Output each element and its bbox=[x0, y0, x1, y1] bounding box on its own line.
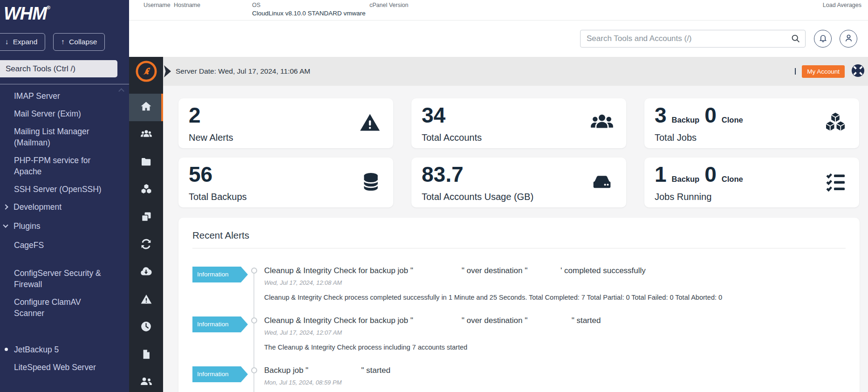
sidebar-item-development[interactable]: Development bbox=[4, 201, 110, 213]
alert-date: Wed, Jul 17, 2024, 12:08 AM bbox=[264, 279, 722, 286]
separator bbox=[795, 68, 796, 75]
hostname-label: Hostname bbox=[174, 2, 200, 8]
active-bullet-icon bbox=[5, 348, 8, 351]
stat-card-total-backups[interactable]: 56 Total Backups bbox=[178, 158, 393, 207]
search-icon[interactable] bbox=[791, 34, 800, 45]
timeline-dot-icon bbox=[251, 367, 257, 373]
stat-value: 56 bbox=[189, 163, 383, 186]
chevron-up-icon[interactable] bbox=[118, 88, 124, 94]
alert-title: Backup job " " started bbox=[264, 365, 558, 376]
rail-item-accounts[interactable] bbox=[129, 121, 163, 149]
sidebar-item-configserver[interactable]: ConfigServer Security & Firewall bbox=[14, 268, 110, 290]
stat-value: 83.7 bbox=[422, 163, 616, 186]
severity-badge: Information bbox=[192, 366, 248, 382]
alert-row[interactable]: Information Cleanup & Integrity Check fo… bbox=[192, 316, 846, 351]
timeline-dot-icon bbox=[251, 317, 257, 323]
stat-card-total-jobs[interactable]: 3 Backup 0 Clone Total Jobs bbox=[644, 98, 859, 148]
account-button[interactable] bbox=[840, 30, 857, 48]
chevron-right-icon bbox=[3, 204, 8, 209]
stat-value-clone: 0 bbox=[704, 104, 717, 126]
stat-card-total-accounts[interactable]: 34 Total Accounts bbox=[411, 98, 626, 148]
jetbackup-icon-rail bbox=[129, 57, 163, 392]
timeline-dot-icon bbox=[251, 268, 257, 274]
alert-row[interactable]: Information Backup job " " started Mon, … bbox=[192, 365, 846, 392]
sidebar-item-mail-server[interactable]: Mail Server (Exim) bbox=[14, 108, 110, 119]
sidebar-item-cagefs[interactable]: CageFS bbox=[14, 240, 110, 251]
stat-label: Total Accounts bbox=[422, 132, 482, 143]
rail-item-dashboard[interactable] bbox=[129, 94, 163, 121]
rail-item-permissions[interactable] bbox=[129, 369, 163, 392]
collapse-button[interactable]: ↑Collapse bbox=[53, 33, 105, 51]
severity-badge: Information bbox=[192, 267, 248, 282]
rail-item-backup-jobs[interactable] bbox=[129, 176, 163, 204]
sidebar-item-ssh-server[interactable]: SSH Server (OpenSSH) bbox=[14, 184, 110, 195]
chevron-right-icon bbox=[164, 65, 171, 77]
rail-item-logs[interactable] bbox=[129, 341, 163, 369]
rail-item-clone-jobs[interactable] bbox=[129, 204, 163, 231]
hdd-icon bbox=[590, 172, 614, 194]
stat-value-backup: 1 bbox=[655, 163, 667, 186]
cloud-download-icon bbox=[140, 265, 152, 280]
bell-icon bbox=[819, 34, 827, 44]
sidebar-item-php-fpm[interactable]: PHP-FPM service for Apache bbox=[14, 155, 110, 177]
top-search bbox=[580, 30, 806, 48]
stat-card-new-alerts[interactable]: 2 New Alerts bbox=[178, 98, 393, 148]
sync-icon bbox=[140, 238, 152, 252]
notifications-button[interactable] bbox=[814, 30, 832, 48]
rail-item-alerts[interactable] bbox=[129, 286, 163, 314]
rail-item-downloads[interactable] bbox=[129, 259, 163, 286]
cubes-icon bbox=[824, 111, 847, 136]
dashboard-content: 2 New Alerts 34 Total Accounts 3 Backup … bbox=[163, 86, 868, 392]
jetbackup-header-bar: Server Date: Wed, Jul 17, 2024, 11:06 AM… bbox=[163, 57, 868, 86]
recent-alerts-title: Recent Alerts bbox=[192, 230, 860, 241]
life-ring-icon[interactable] bbox=[851, 63, 865, 80]
stat-value: 2 bbox=[189, 104, 383, 126]
stat-label: Total Backups bbox=[189, 192, 247, 202]
sidebar-item-jetbackup[interactable]: JetBackup 5 bbox=[14, 344, 110, 355]
cubes-icon bbox=[140, 183, 152, 197]
jetbackup-logo[interactable] bbox=[129, 57, 163, 86]
user-group-icon bbox=[140, 375, 152, 390]
warning-icon bbox=[140, 293, 152, 307]
stat-label: Total Accounts Usage (GB) bbox=[422, 192, 533, 202]
stat-label: New Alerts bbox=[189, 132, 233, 143]
my-account-button[interactable]: My Account bbox=[802, 65, 845, 78]
sidebar-item-plugins[interactable]: Plugins bbox=[4, 220, 110, 232]
cpanel-version-label: cPanel Version bbox=[369, 2, 408, 8]
stat-unit-clone: Clone bbox=[722, 116, 743, 124]
arrow-down-icon: ↓ bbox=[5, 38, 9, 46]
rail-item-restore-queue[interactable] bbox=[129, 231, 163, 259]
rail-item-schedules[interactable] bbox=[129, 314, 163, 341]
alert-title: Cleanup & Integrity Check for backup job… bbox=[264, 266, 722, 276]
stat-card-accounts-usage[interactable]: 83.7 Total Accounts Usage (GB) bbox=[411, 158, 626, 207]
stat-label: Total Jobs bbox=[655, 132, 697, 143]
user-icon bbox=[844, 34, 853, 44]
sidebar-item-litespeed[interactable]: LiteSpeed Web Server bbox=[14, 362, 110, 373]
alert-date: Mon, Jul 15, 2024, 08:59 PM bbox=[264, 379, 558, 386]
server-info-row: Username Hostname OS CloudLinux v8.10.0 … bbox=[129, 0, 868, 21]
file-icon bbox=[141, 349, 151, 362]
recent-alerts-panel: Recent Alerts Information Cleanup & Inte… bbox=[178, 218, 860, 392]
os-value: CloudLinux v8.10.0 STANDARD vmware bbox=[252, 10, 366, 17]
sidebar-search-input[interactable] bbox=[0, 60, 117, 77]
expand-button[interactable]: ↓Expand bbox=[0, 33, 45, 51]
sidebar-item-imap-server[interactable]: IMAP Server bbox=[14, 90, 110, 102]
stat-unit-backup: Backup bbox=[672, 175, 700, 184]
sidebar-item-mailing-list-manager[interactable]: Mailing List Manager (Mailman) bbox=[14, 126, 110, 148]
alert-row[interactable]: Information Cleanup & Integrity Check fo… bbox=[192, 266, 846, 301]
alert-description: The Cleanup & Integrity Check process in… bbox=[264, 344, 601, 351]
top-header: Username Hostname OS CloudLinux v8.10.0 … bbox=[129, 0, 868, 57]
stat-unit-backup: Backup bbox=[672, 116, 700, 124]
tools-accounts-search-input[interactable] bbox=[580, 30, 806, 48]
stat-card-jobs-running[interactable]: 1 Backup 0 Clone Jobs Running bbox=[644, 158, 859, 207]
users-icon bbox=[140, 128, 152, 142]
warning-icon bbox=[359, 111, 381, 136]
whm-sidebar: WHM® ↓Expand ↑Collapse IMAP Server Mail … bbox=[0, 0, 129, 392]
rail-item-file-manager[interactable] bbox=[129, 149, 163, 176]
sidebar-item-clamav[interactable]: Configure ClamAV Scanner bbox=[14, 296, 110, 319]
clock-icon bbox=[140, 321, 152, 334]
whm-logo: WHM® bbox=[4, 4, 129, 24]
alert-title: Cleanup & Integrity Check for backup job… bbox=[264, 316, 601, 326]
folder-icon bbox=[141, 156, 152, 169]
tasks-icon bbox=[825, 171, 847, 195]
